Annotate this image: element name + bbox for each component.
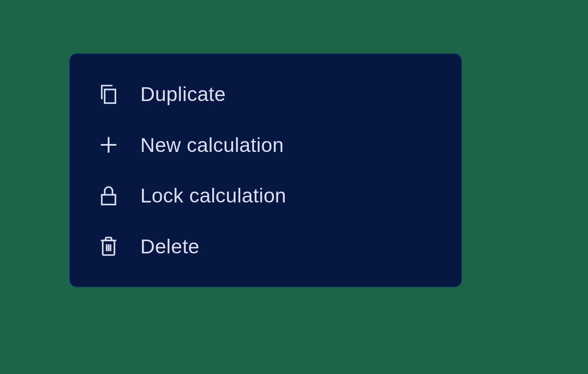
menu-item-lock-calculation[interactable]: Lock calculation [70, 175, 461, 217]
menu-item-duplicate[interactable]: Duplicate [70, 73, 461, 115]
context-menu: Duplicate New calculation Lock calculati… [69, 53, 462, 287]
lock-icon [95, 182, 122, 209]
menu-item-delete[interactable]: Delete [70, 225, 461, 267]
svg-rect-0 [105, 89, 116, 103]
trash-icon [95, 233, 122, 260]
menu-item-new-calculation[interactable]: New calculation [70, 124, 461, 166]
menu-item-label: Duplicate [140, 83, 226, 106]
svg-rect-3 [102, 195, 116, 204]
menu-item-label: Lock calculation [140, 184, 286, 207]
menu-item-label: Delete [140, 235, 200, 258]
duplicate-icon [95, 81, 122, 108]
menu-item-label: New calculation [140, 134, 284, 157]
plus-icon [95, 131, 122, 158]
